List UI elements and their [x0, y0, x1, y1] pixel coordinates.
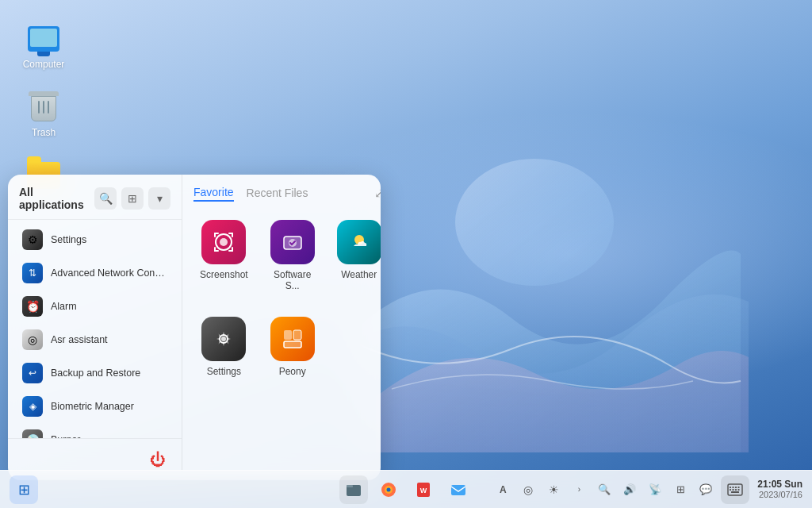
keyboard-indicator[interactable] — [721, 475, 749, 504]
advanced-net-icon: ⇅ — [22, 263, 43, 283]
weather-app-label: Weather — [341, 269, 377, 280]
desktop-icon-computer-label: Computer — [23, 59, 65, 70]
taskbar-app-wps[interactable]: W — [409, 475, 438, 504]
tab-favorite[interactable]: Favorite — [193, 186, 234, 202]
screenshot-app-label: Screenshot — [200, 269, 248, 280]
svg-point-2 — [220, 238, 228, 246]
taskbar-tray: A ◎ ☀ › 🔍 🔊 📡 ⊞ 💬 21:05 Sun 2023/ — [492, 475, 802, 504]
svg-rect-4 — [214, 233, 216, 237]
settings2-app-icon — [201, 317, 246, 361]
app-item-biometric[interactable]: ◈ Biometric Manager — [11, 390, 178, 423]
desktop-icons: Computer Trash — [16, 16, 71, 202]
app-list: ⚙ Settings ⇅ Advanced Network Configura.… — [8, 220, 182, 438]
svg-point-14 — [221, 337, 226, 341]
desktop-icon-trash[interactable]: Trash — [16, 84, 71, 144]
settings2-app-label: Settings — [207, 366, 241, 377]
app-item-backup-label: Backup and Restore — [51, 368, 140, 379]
tab-recent-files[interactable]: Recent Files — [247, 187, 308, 201]
app-item-advanced-net-label: Advanced Network Configura... — [51, 267, 167, 279]
app-item-burner[interactable]: 💿 Burner — [11, 423, 178, 438]
svg-rect-8 — [214, 247, 216, 252]
desktop-icon-computer[interactable]: Computer — [16, 16, 71, 76]
sidebar-header: All applications 🔍 ⊞ ▾ — [8, 175, 182, 220]
svg-text:W: W — [420, 487, 427, 495]
expand-button[interactable]: ⤢ — [371, 184, 381, 202]
taskbar-left: ⊞ — [10, 475, 38, 504]
app-item-backup[interactable]: ↩ Backup and Restore — [11, 356, 178, 390]
svg-rect-28 — [733, 487, 734, 488]
taskbar-app-browser[interactable] — [374, 475, 403, 504]
sort-button[interactable]: ▾ — [148, 187, 170, 210]
app-item-alarm-label: Alarm — [51, 301, 77, 312]
peony-app-label: Peony — [279, 366, 306, 377]
tray-icon-chat[interactable]: 💬 — [695, 479, 716, 500]
screenshot-app-icon — [201, 220, 246, 264]
backup-icon: ↩ — [22, 363, 43, 383]
burner-icon: 💿 — [22, 429, 43, 438]
search-button[interactable]: 🔍 — [94, 187, 117, 210]
svg-rect-32 — [733, 489, 734, 491]
launcher-main: Favorite Recent Files ⤢ — [182, 175, 381, 480]
svg-rect-19 — [347, 485, 353, 487]
svg-point-22 — [387, 487, 391, 491]
app-item-settings[interactable]: ⚙ Settings — [11, 223, 178, 256]
app-item-settings-label: Settings — [51, 234, 86, 245]
app-item-advanced-net[interactable]: ⇅ Advanced Network Configura... — [11, 256, 178, 290]
app-item-biometric-label: Biometric Manager — [51, 401, 134, 412]
tray-icon-a[interactable]: A — [492, 479, 513, 500]
desktop-icon-trash-label: Trash — [32, 127, 56, 138]
fav-item-weather[interactable]: Weather — [331, 212, 381, 299]
taskbar-pinned-apps: W — [339, 475, 473, 504]
software-app-icon — [270, 220, 315, 264]
launcher-sidebar: All applications 🔍 ⊞ ▾ ⚙ Settings ⇅ Adva… — [8, 175, 182, 480]
fav-item-screenshot[interactable]: Screenshot — [193, 212, 255, 299]
svg-rect-34 — [738, 489, 740, 491]
taskbar-app-files[interactable] — [339, 475, 368, 504]
fav-item-peony[interactable]: Peony — [264, 309, 321, 385]
svg-rect-29 — [735, 487, 737, 488]
clock-time: 21:05 Sun — [757, 479, 802, 490]
launcher-taskbar-button[interactable]: ⊞ — [10, 475, 38, 504]
peony-app-icon — [270, 317, 315, 361]
clock[interactable]: 21:05 Sun 2023/07/16 — [757, 479, 802, 501]
svg-rect-15 — [284, 341, 301, 348]
weather-app-icon — [337, 220, 381, 264]
taskbar: ⊞ W A ◎ ☀ › 🔍 🔊 📡 ⊞ 💬 — [0, 470, 812, 508]
software-app-label: Software S... — [270, 269, 315, 291]
svg-rect-16 — [284, 330, 292, 340]
app-launcher: All applications 🔍 ⊞ ▾ ⚙ Settings ⇅ Adva… — [8, 175, 381, 480]
sidebar-controls: 🔍 ⊞ ▾ — [94, 187, 170, 210]
taskbar-app-mail[interactable] — [444, 475, 473, 504]
svg-rect-10 — [232, 247, 233, 252]
settings-icon: ⚙ — [22, 229, 43, 250]
tray-icon-volume[interactable]: 🔊 — [619, 479, 640, 500]
tray-icon-circle[interactable]: ◎ — [518, 479, 538, 500]
svg-rect-25 — [451, 485, 465, 495]
fav-item-settings[interactable]: Settings — [193, 309, 255, 385]
tray-icon-sun[interactable]: ☀ — [543, 479, 564, 500]
svg-rect-30 — [738, 487, 740, 488]
power-button[interactable]: ⏻ — [145, 447, 170, 472]
svg-rect-6 — [232, 233, 233, 237]
clock-date: 2023/07/16 — [759, 490, 802, 500]
alarm-icon: ⏰ — [22, 296, 43, 317]
app-item-asr[interactable]: ◎ Asr assistant — [11, 323, 178, 356]
svg-rect-35 — [731, 491, 739, 493]
svg-rect-27 — [730, 487, 731, 488]
sidebar-title: All applications — [19, 186, 94, 211]
svg-rect-33 — [735, 489, 737, 491]
launcher-tabs: Favorite Recent Files ⤢ — [193, 184, 381, 202]
svg-rect-17 — [293, 330, 301, 340]
svg-rect-31 — [730, 489, 731, 491]
favorites-grid: Screenshot Software S... — [193, 212, 381, 385]
tray-icon-search[interactable]: 🔍 — [594, 479, 615, 500]
app-item-asr-label: Asr assistant — [51, 334, 108, 345]
grid-view-button[interactable]: ⊞ — [121, 187, 144, 210]
tray-icon-network[interactable]: 📡 — [645, 479, 665, 500]
fav-item-software[interactable]: Software S... — [264, 212, 321, 299]
asr-icon: ◎ — [22, 329, 43, 350]
tray-icon-arrow[interactable]: › — [569, 479, 589, 500]
tray-icon-grid[interactable]: ⊞ — [670, 479, 691, 500]
app-item-alarm[interactable]: ⏰ Alarm — [11, 290, 178, 323]
svg-point-0 — [455, 159, 614, 286]
